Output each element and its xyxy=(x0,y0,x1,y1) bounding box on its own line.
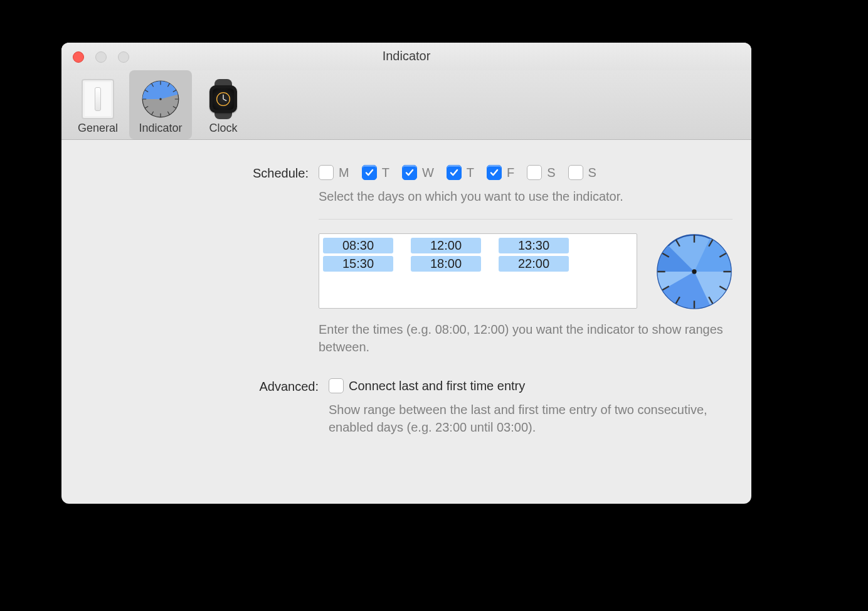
time-chip[interactable]: 13:30 xyxy=(499,238,569,253)
connect-checkbox-row[interactable]: Connect last and first time entry xyxy=(329,378,733,393)
checkbox[interactable] xyxy=(568,165,583,180)
day-letter: F xyxy=(507,166,514,180)
watch-icon xyxy=(203,79,243,119)
connect-checkbox[interactable] xyxy=(329,378,344,393)
times-help: Enter the times (e.g. 08:00, 12:00) you … xyxy=(319,321,733,356)
indicator-icon xyxy=(140,79,181,119)
advanced-help: Show range between the last and first ti… xyxy=(329,401,733,436)
advanced-label: Advanced: xyxy=(80,378,329,436)
toolbar-label: General xyxy=(78,122,118,135)
time-chip[interactable]: 22:00 xyxy=(499,256,569,272)
checkbox[interactable] xyxy=(527,165,542,180)
day-letter: S xyxy=(547,166,555,180)
checkbox[interactable] xyxy=(362,165,377,180)
day-checkbox-0[interactable]: M xyxy=(319,165,349,180)
time-chip[interactable]: 08:30 xyxy=(323,238,393,253)
checkbox[interactable] xyxy=(487,165,502,180)
preferences-toolbar: General xyxy=(61,70,751,140)
day-letter: M xyxy=(339,166,349,180)
toolbar-tab-general[interactable]: General xyxy=(66,70,129,139)
day-checkbox-2[interactable]: W xyxy=(402,165,434,180)
clock-preview-icon xyxy=(656,233,733,313)
toolbar-label: Clock xyxy=(209,122,237,135)
day-letter: S xyxy=(588,166,596,180)
svg-point-30 xyxy=(692,269,696,274)
day-letter: T xyxy=(382,166,389,180)
day-checkbox-6[interactable]: S xyxy=(568,165,596,180)
day-letter: W xyxy=(422,166,434,180)
schedule-label: Schedule: xyxy=(80,165,319,356)
divider xyxy=(319,219,733,220)
times-row: 08:3012:0013:3015:3018:0022:00 xyxy=(319,233,733,313)
preferences-window: Indicator General xyxy=(61,43,751,504)
advanced-row: Advanced: Connect last and first time en… xyxy=(80,378,733,436)
day-checkbox-4[interactable]: F xyxy=(487,165,514,180)
switch-icon xyxy=(78,79,118,119)
time-chip[interactable]: 12:00 xyxy=(411,238,481,253)
checkbox[interactable] xyxy=(447,165,462,180)
day-checkbox-3[interactable]: T xyxy=(447,165,474,180)
checkbox[interactable] xyxy=(402,165,417,180)
content-area: Schedule: MTWTFSS Select the days on whi… xyxy=(61,140,751,464)
titlebar: Indicator xyxy=(61,43,751,70)
checkbox[interactable] xyxy=(319,165,334,180)
schedule-help: Select the days on which you want to use… xyxy=(319,188,733,205)
day-checkbox-5[interactable]: S xyxy=(527,165,555,180)
toolbar-label: Indicator xyxy=(139,122,182,135)
toolbar-tab-indicator[interactable]: Indicator xyxy=(129,70,192,139)
schedule-row: Schedule: MTWTFSS Select the days on whi… xyxy=(80,165,733,356)
toolbar-tab-clock[interactable]: Clock xyxy=(192,70,255,139)
times-input[interactable]: 08:3012:0013:3015:3018:0022:00 xyxy=(319,233,637,309)
schedule-days: MTWTFSS xyxy=(319,165,733,180)
time-chip[interactable]: 15:30 xyxy=(323,256,393,272)
svg-line-16 xyxy=(223,99,226,101)
day-letter: T xyxy=(467,166,474,180)
window-title: Indicator xyxy=(61,49,751,63)
time-chip[interactable]: 18:00 xyxy=(411,256,481,272)
day-checkbox-1[interactable]: T xyxy=(362,165,389,180)
connect-checkbox-label: Connect last and first time entry xyxy=(349,379,525,393)
svg-point-13 xyxy=(159,98,162,100)
